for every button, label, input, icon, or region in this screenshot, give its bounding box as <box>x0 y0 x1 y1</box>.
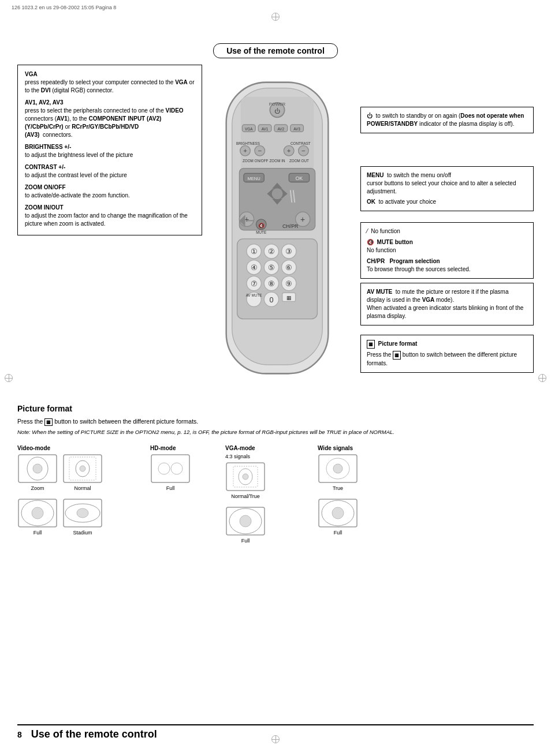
cursor-text: cursor buttons to select your choice and… <box>367 179 527 196</box>
svg-text:AV3: AV3 <box>293 127 300 131</box>
svg-text:+: + <box>287 147 291 154</box>
picture-format-desc: Press the ▦ button to switch between the… <box>17 418 534 426</box>
svg-text:0: 0 <box>269 296 273 304</box>
format-label-zoom: Zoom <box>31 485 44 491</box>
av-title: AV1, AV2, AV3 <box>25 99 195 106</box>
zoom-inout-title: ZOOM IN/OUT <box>25 204 195 211</box>
reg-mark-top <box>271 13 280 21</box>
section-title-box: Use of the remote control <box>150 43 401 58</box>
vga43-images-row2: Full <box>225 506 266 544</box>
svg-text:⑧: ⑧ <box>268 280 275 288</box>
vga43-images-row1: Normal/True <box>225 462 266 499</box>
svg-text:ZOOM ON/OFF: ZOOM ON/OFF <box>243 159 269 163</box>
format-item-true-wide: True <box>318 454 358 491</box>
format-label-stadium: Stadium <box>73 530 92 536</box>
svg-text:+: + <box>243 147 247 154</box>
power-text: ⏻ to switch to standby or on again (Does… <box>367 112 527 128</box>
svg-text:①: ① <box>251 248 258 256</box>
svg-point-76 <box>33 464 42 473</box>
svg-text:−: − <box>301 147 306 154</box>
remote-control-image: ⏻ POWER VGA AV1 AV2 AV3 BRIGHTNESS CONTR… <box>196 75 358 381</box>
vga-text: press repeatedly to select your computer… <box>25 78 195 95</box>
svg-text:MUTE: MUTE <box>256 230 266 234</box>
format-label-full-vga43: Full <box>241 538 250 544</box>
format-modes-row: Video-mode Zoom <box>17 445 534 546</box>
zoom-onoff-title: ZOOM ON/OFF <box>25 184 195 190</box>
reg-mark-left <box>5 374 13 382</box>
footer-title-text: Use of the remote control <box>31 728 157 740</box>
hd-mode-images: Full <box>150 454 191 491</box>
svg-point-80 <box>80 466 85 471</box>
vga43-sublabel: 4:3 signals <box>225 454 250 459</box>
vga43-mode-group: VGA-mode 4:3 signals Normal/True <box>225 445 318 546</box>
format-label-normal: Normal <box>74 485 91 491</box>
svg-point-99 <box>333 464 342 473</box>
brightness-title: BRIGHTNESS +/- <box>25 144 195 150</box>
right-box-power: ⏻ to switch to standby or on again (Does… <box>360 107 534 133</box>
svg-point-36 <box>271 188 283 200</box>
zoom-inout-text: to adjust the zoom factor and to change … <box>25 212 195 228</box>
format-label-full-video: Full <box>33 530 42 536</box>
svg-text:MENU: MENU <box>247 176 260 181</box>
svg-point-96 <box>240 515 251 527</box>
svg-point-89 <box>171 463 183 474</box>
format-label-true-wide: True <box>333 485 343 491</box>
format-label-full-hd: Full <box>166 485 175 491</box>
picformat-text: Press the ▦ button to switch between the… <box>367 351 527 368</box>
wide-signals-group: Wide signals True <box>318 445 393 538</box>
svg-text:AV2: AV2 <box>278 127 285 131</box>
format-item-zoom: Zoom <box>17 454 58 491</box>
svg-text:⑨: ⑨ <box>285 280 292 288</box>
chpr-subtext: To browse through the sources selected. <box>367 265 527 274</box>
svg-text:③: ③ <box>285 248 292 256</box>
svg-text:⑥: ⑥ <box>285 264 292 272</box>
svg-text:⏻: ⏻ <box>274 108 280 114</box>
format-item-normaltrue: Normal/True <box>225 462 266 499</box>
picformat-label: ▦ Picture format <box>367 340 527 349</box>
svg-text:CONTRAST: CONTRAST <box>291 141 311 145</box>
left-description-box: VGA press repeatedly to select your comp… <box>17 65 202 235</box>
wide-images-row1: True <box>318 454 358 491</box>
format-label-normaltrue: Normal/True <box>231 493 260 499</box>
contrast-text: to adjust the contrast level of the pict… <box>25 171 195 179</box>
video-mode-label: Video-mode <box>17 445 50 451</box>
page-meta: 126 1023.2 en us 29-08-2002 15:05 Pagina… <box>12 5 116 10</box>
svg-text:VGA: VGA <box>245 127 253 131</box>
ok-text: OK to activate your choice <box>367 198 527 206</box>
svg-point-88 <box>158 463 170 474</box>
brightness-text: to adjust the brightness level of the pi… <box>25 151 195 159</box>
contrast-title: CONTRAST +/- <box>25 164 195 170</box>
picture-format-note: Note: When the setting of PICTURE SIZE i… <box>17 428 534 436</box>
right-box-avmute: AV MUTE to mute the picture or restore i… <box>360 283 534 325</box>
svg-text:OK: OK <box>295 175 303 181</box>
format-item-full-wide: Full <box>318 498 358 536</box>
format-item-full-hd: Full <box>150 454 191 491</box>
svg-text:④: ④ <box>251 264 258 272</box>
svg-text:−: − <box>258 147 262 154</box>
video-mode-images-row1: Zoom Normal <box>17 454 103 491</box>
wide-signals-label: Wide signals <box>318 445 353 451</box>
svg-text:⑤: ⑤ <box>268 264 275 272</box>
svg-text:CH/PR: CH/PR <box>282 223 298 229</box>
hd-mode-label: HD-mode <box>150 445 176 451</box>
right-box-picformat: ▦ Picture format Press the ▦ button to s… <box>360 335 534 373</box>
zoom-onoff-text: to activate/de-activate the zoom functio… <box>25 192 195 200</box>
svg-rect-87 <box>151 455 189 482</box>
svg-point-83 <box>32 507 43 519</box>
picture-format-title: Picture format <box>17 404 534 413</box>
svg-text:🔇: 🔇 <box>258 222 265 229</box>
avmute-text: AV MUTE to mute the picture or restore i… <box>367 288 527 320</box>
menu-text: MENU to switch the menu on/off <box>367 171 527 179</box>
reg-mark-right <box>538 374 546 382</box>
right-box-mid: ⁄ No function 🔇 MUTE button No function … <box>360 222 534 279</box>
svg-text:AV1: AV1 <box>262 127 269 131</box>
wide-images-row2: Full <box>318 498 358 536</box>
svg-point-102 <box>332 507 344 519</box>
format-item-full-vga43: Full <box>225 506 266 544</box>
mute-text: 🔇 MUTE button <box>367 238 527 246</box>
format-label-full-wide: Full <box>334 530 342 536</box>
format-item-full-video: Full <box>17 498 58 536</box>
av-text: press to select the peripherals connecte… <box>25 107 195 139</box>
mute-subtext: No function <box>367 246 527 255</box>
chpr-text: CH/PR Program selection <box>367 257 527 265</box>
